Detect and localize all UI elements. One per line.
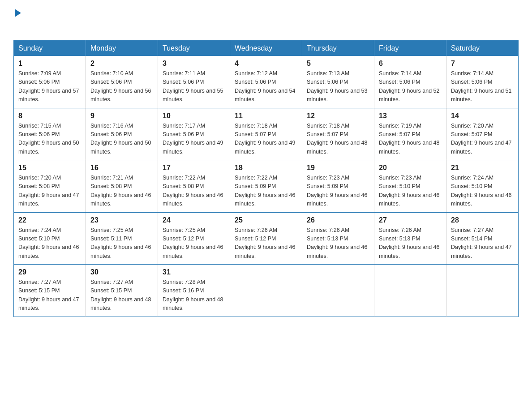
- calendar-week-row: 22 Sunrise: 7:24 AM Sunset: 5:10 PM Dayl…: [14, 212, 519, 265]
- day-number: 8: [18, 112, 81, 120]
- calendar-cell: [230, 265, 302, 317]
- day-info: Sunrise: 7:22 AM Sunset: 5:09 PM Dayligh…: [235, 174, 297, 209]
- calendar-cell: 1 Sunrise: 7:09 AM Sunset: 5:06 PM Dayli…: [14, 56, 86, 108]
- calendar-cell: 3 Sunrise: 7:11 AM Sunset: 5:06 PM Dayli…: [158, 56, 230, 108]
- calendar-cell: 16 Sunrise: 7:21 AM Sunset: 5:08 PM Dayl…: [86, 160, 158, 213]
- calendar-cell: 21 Sunrise: 7:24 AM Sunset: 5:10 PM Dayl…: [446, 160, 519, 213]
- calendar-week-row: 15 Sunrise: 7:20 AM Sunset: 5:08 PM Dayl…: [14, 160, 519, 213]
- column-header-thursday: Thursday: [302, 41, 374, 56]
- day-info: Sunrise: 7:27 AM Sunset: 5:15 PM Dayligh…: [18, 278, 81, 313]
- day-number: 12: [307, 112, 369, 120]
- day-number: 15: [18, 164, 81, 172]
- day-number: 21: [451, 164, 514, 172]
- day-info: Sunrise: 7:16 AM Sunset: 5:06 PM Dayligh…: [90, 122, 153, 157]
- day-info: Sunrise: 7:21 AM Sunset: 5:08 PM Dayligh…: [90, 174, 153, 209]
- calendar-cell: 5 Sunrise: 7:13 AM Sunset: 5:06 PM Dayli…: [302, 56, 374, 108]
- calendar-cell: 22 Sunrise: 7:24 AM Sunset: 5:10 PM Dayl…: [14, 212, 86, 265]
- day-number: 6: [379, 60, 442, 68]
- day-info: Sunrise: 7:20 AM Sunset: 5:07 PM Dayligh…: [451, 122, 514, 157]
- day-info: Sunrise: 7:11 AM Sunset: 5:06 PM Dayligh…: [163, 69, 225, 104]
- calendar-cell: 17 Sunrise: 7:22 AM Sunset: 5:08 PM Dayl…: [158, 160, 230, 213]
- calendar-table: SundayMondayTuesdayWednesdayThursdayFrid…: [13, 40, 519, 317]
- calendar-cell: 18 Sunrise: 7:22 AM Sunset: 5:09 PM Dayl…: [230, 160, 302, 213]
- day-info: Sunrise: 7:26 AM Sunset: 5:13 PM Dayligh…: [379, 226, 442, 261]
- day-number: 31: [163, 268, 225, 276]
- day-number: 1: [18, 60, 81, 68]
- calendar-cell: 9 Sunrise: 7:16 AM Sunset: 5:06 PM Dayli…: [86, 108, 158, 160]
- calendar-cell: 11 Sunrise: 7:18 AM Sunset: 5:07 PM Dayl…: [230, 108, 302, 160]
- day-number: 3: [163, 60, 225, 68]
- day-info: Sunrise: 7:14 AM Sunset: 5:06 PM Dayligh…: [451, 69, 514, 104]
- calendar-week-row: 8 Sunrise: 7:15 AM Sunset: 5:06 PM Dayli…: [14, 108, 519, 160]
- calendar-cell: 14 Sunrise: 7:20 AM Sunset: 5:07 PM Dayl…: [446, 108, 519, 160]
- day-info: Sunrise: 7:17 AM Sunset: 5:06 PM Dayligh…: [163, 122, 225, 157]
- calendar-cell: 12 Sunrise: 7:18 AM Sunset: 5:07 PM Dayl…: [302, 108, 374, 160]
- calendar-cell: 20 Sunrise: 7:23 AM Sunset: 5:10 PM Dayl…: [374, 160, 446, 213]
- day-info: Sunrise: 7:10 AM Sunset: 5:06 PM Dayligh…: [90, 69, 153, 104]
- calendar-cell: 7 Sunrise: 7:14 AM Sunset: 5:06 PM Dayli…: [446, 56, 519, 108]
- day-number: 30: [90, 268, 153, 276]
- calendar-cell: 19 Sunrise: 7:23 AM Sunset: 5:09 PM Dayl…: [302, 160, 374, 213]
- calendar-cell: 31 Sunrise: 7:28 AM Sunset: 5:16 PM Dayl…: [158, 265, 230, 317]
- day-info: Sunrise: 7:18 AM Sunset: 5:07 PM Dayligh…: [235, 122, 297, 157]
- day-number: 14: [451, 112, 514, 120]
- calendar-cell: 4 Sunrise: 7:12 AM Sunset: 5:06 PM Dayli…: [230, 56, 302, 108]
- day-number: 2: [90, 60, 153, 68]
- day-info: Sunrise: 7:18 AM Sunset: 5:07 PM Dayligh…: [307, 122, 369, 157]
- day-info: Sunrise: 7:27 AM Sunset: 5:14 PM Dayligh…: [451, 226, 514, 261]
- calendar-cell: [374, 265, 446, 317]
- calendar-cell: 30 Sunrise: 7:27 AM Sunset: 5:15 PM Dayl…: [86, 265, 158, 317]
- day-number: 28: [451, 216, 514, 224]
- column-header-monday: Monday: [86, 41, 158, 56]
- day-info: Sunrise: 7:26 AM Sunset: 5:13 PM Dayligh…: [307, 226, 369, 261]
- column-header-tuesday: Tuesday: [158, 41, 230, 56]
- calendar-cell: 10 Sunrise: 7:17 AM Sunset: 5:06 PM Dayl…: [158, 108, 230, 160]
- calendar-header-row: SundayMondayTuesdayWednesdayThursdayFrid…: [14, 41, 519, 56]
- day-info: Sunrise: 7:23 AM Sunset: 5:10 PM Dayligh…: [379, 174, 442, 209]
- day-info: Sunrise: 7:25 AM Sunset: 5:11 PM Dayligh…: [90, 226, 153, 261]
- page-header: [13, 9, 519, 31]
- day-info: Sunrise: 7:14 AM Sunset: 5:06 PM Dayligh…: [379, 69, 442, 104]
- day-number: 23: [90, 216, 153, 224]
- day-number: 9: [90, 112, 153, 120]
- day-info: Sunrise: 7:28 AM Sunset: 5:16 PM Dayligh…: [163, 278, 225, 313]
- calendar-cell: 2 Sunrise: 7:10 AM Sunset: 5:06 PM Dayli…: [86, 56, 158, 108]
- column-header-sunday: Sunday: [14, 41, 86, 56]
- calendar-cell: [302, 265, 374, 317]
- day-number: 19: [307, 164, 369, 172]
- calendar-cell: 23 Sunrise: 7:25 AM Sunset: 5:11 PM Dayl…: [86, 212, 158, 265]
- day-number: 10: [163, 112, 225, 120]
- day-number: 24: [163, 216, 225, 224]
- column-header-friday: Friday: [374, 41, 446, 56]
- calendar-week-row: 1 Sunrise: 7:09 AM Sunset: 5:06 PM Dayli…: [14, 56, 519, 108]
- logo: [13, 9, 21, 31]
- day-number: 16: [90, 164, 153, 172]
- day-info: Sunrise: 7:23 AM Sunset: 5:09 PM Dayligh…: [307, 174, 369, 209]
- day-number: 20: [379, 164, 442, 172]
- day-number: 27: [379, 216, 442, 224]
- day-info: Sunrise: 7:19 AM Sunset: 5:07 PM Dayligh…: [379, 122, 442, 157]
- day-info: Sunrise: 7:15 AM Sunset: 5:06 PM Dayligh…: [18, 122, 81, 157]
- day-number: 4: [235, 60, 297, 68]
- calendar-cell: 28 Sunrise: 7:27 AM Sunset: 5:14 PM Dayl…: [446, 212, 519, 265]
- day-info: Sunrise: 7:24 AM Sunset: 5:10 PM Dayligh…: [451, 174, 514, 209]
- day-info: Sunrise: 7:25 AM Sunset: 5:12 PM Dayligh…: [163, 226, 225, 261]
- calendar-cell: 25 Sunrise: 7:26 AM Sunset: 5:12 PM Dayl…: [230, 212, 302, 265]
- day-number: 18: [235, 164, 297, 172]
- day-number: 26: [307, 216, 369, 224]
- calendar-cell: 27 Sunrise: 7:26 AM Sunset: 5:13 PM Dayl…: [374, 212, 446, 265]
- day-number: 13: [379, 112, 442, 120]
- day-number: 29: [18, 268, 81, 276]
- day-number: 17: [163, 164, 225, 172]
- day-info: Sunrise: 7:22 AM Sunset: 5:08 PM Dayligh…: [163, 174, 225, 209]
- day-info: Sunrise: 7:26 AM Sunset: 5:12 PM Dayligh…: [235, 226, 297, 261]
- column-header-wednesday: Wednesday: [230, 41, 302, 56]
- logo-text: [13, 9, 21, 17]
- day-info: Sunrise: 7:20 AM Sunset: 5:08 PM Dayligh…: [18, 174, 81, 209]
- calendar-cell: 15 Sunrise: 7:20 AM Sunset: 5:08 PM Dayl…: [14, 160, 86, 213]
- calendar-cell: 26 Sunrise: 7:26 AM Sunset: 5:13 PM Dayl…: [302, 212, 374, 265]
- calendar-cell: 8 Sunrise: 7:15 AM Sunset: 5:06 PM Dayli…: [14, 108, 86, 160]
- calendar-week-row: 29 Sunrise: 7:27 AM Sunset: 5:15 PM Dayl…: [14, 265, 519, 317]
- column-header-saturday: Saturday: [446, 41, 519, 56]
- calendar-cell: 24 Sunrise: 7:25 AM Sunset: 5:12 PM Dayl…: [158, 212, 230, 265]
